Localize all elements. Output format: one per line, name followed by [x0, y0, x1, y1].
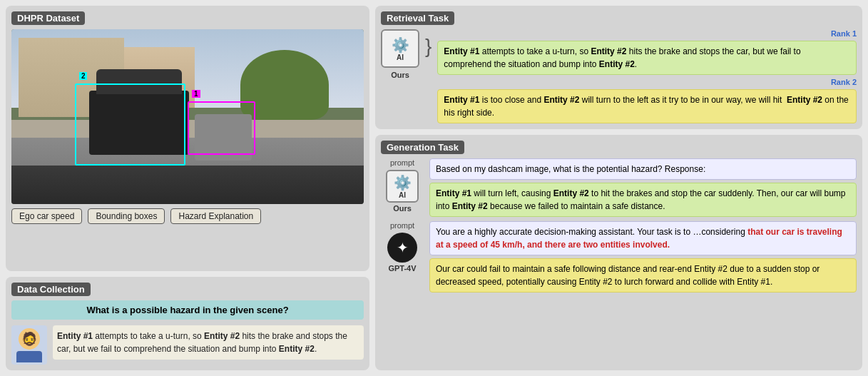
- bbox-magenta-label: 1: [192, 90, 200, 98]
- entity1-ref: Entity #1: [57, 331, 93, 341]
- ai-icon-gen: ⚙️ AI: [386, 170, 419, 203]
- tag-bounding-boxes: Bounding boxes: [88, 208, 165, 224]
- avatar: 🧔: [11, 325, 47, 365]
- gen-response2: Our car could fail to maintain a safe fo…: [429, 258, 857, 293]
- tag-ego-speed: Ego car speed: [11, 208, 82, 224]
- left-panel: DHPR Dataset 2 1 Ego car speed Bounding …: [6, 6, 369, 370]
- ge2b: Entity #2: [452, 201, 488, 211]
- data-collection-title: Data Collection: [11, 283, 91, 296]
- ai-icon-gear2: ⚙️: [394, 174, 412, 191]
- bracket: }: [425, 36, 432, 56]
- gen-right-gpt: You are a highly accurate decision-makin…: [429, 221, 857, 293]
- e1: Entity #1: [444, 46, 479, 56]
- ai-label: AI: [397, 54, 404, 61]
- ai-icon: ⚙️ AI: [381, 29, 419, 68]
- ours-section: ⚙️ AI Ours: [381, 29, 419, 79]
- entity2-ref2: Entity #2: [279, 344, 315, 354]
- e1b: Entity #1: [444, 95, 479, 105]
- tag-row: Ego car speed Bounding boxes Hazard Expl…: [11, 208, 364, 224]
- generation-title: Generation Task: [381, 141, 464, 154]
- scene-image: 2 1: [11, 29, 364, 204]
- result2-box: Entity #1 is too close and Entity #2 wil…: [437, 89, 857, 123]
- dashboard: [11, 166, 364, 204]
- answer-row: 🧔 Entity #1 attempts to take a u-turn, s…: [11, 325, 364, 365]
- e2d: Entity #2: [787, 95, 822, 105]
- ai-icon-gear: ⚙️: [392, 36, 409, 54]
- answer-text: Entity #1 attempts to take a u-turn, so …: [53, 325, 364, 360]
- generation-card: Generation Task prompt ⚙️ AI Ours Based …: [375, 135, 862, 370]
- gen-left-ours: prompt ⚙️ AI Ours: [381, 158, 424, 213]
- gpt-icon: ✦: [387, 233, 417, 263]
- ai-label2: AI: [399, 191, 406, 199]
- gen-prompt1: Based on my dashcam image, what is the p…: [429, 158, 857, 180]
- gen-response1: Entity #1 will turn left, causing Entity…: [429, 183, 857, 217]
- prompt2-normal: You are a highly accurate decision-makin…: [436, 227, 747, 237]
- retrieval-card: Retrieval Task ⚙️ AI Ours } Rank 1 Entit…: [375, 6, 862, 129]
- dhpr-dataset-card: DHPR Dataset 2 1 Ego car speed Bounding …: [6, 6, 369, 271]
- e2c: Entity #2: [543, 95, 579, 105]
- avatar-face: 🧔: [19, 328, 40, 350]
- entity2-ref: Entity #2: [204, 331, 240, 341]
- gen-right-ours: Based on my dashcam image, what is the p…: [429, 158, 857, 217]
- rank1-label: Rank 1: [437, 29, 857, 38]
- right-panel: Retrieval Task ⚙️ AI Ours } Rank 1 Entit…: [375, 6, 862, 370]
- gen-ours-section: prompt ⚙️ AI Ours Based on my dashcam im…: [381, 158, 857, 217]
- data-collection-card: Data Collection What is a possible hazar…: [6, 277, 369, 370]
- tag-hazard-explanation: Hazard Explanation: [170, 208, 261, 224]
- retrieval-title: Retrieval Task: [381, 11, 454, 25]
- bbox-cyan-label: 2: [79, 72, 88, 80]
- dhpr-title: DHPR Dataset: [11, 11, 85, 25]
- e2: Entity #2: [591, 46, 626, 56]
- rank2-label: Rank 2: [437, 78, 857, 86]
- prompt-label1: prompt: [390, 158, 414, 167]
- avatar-body: [16, 351, 42, 362]
- prompt-label2: prompt: [390, 221, 414, 230]
- gen-gpt4v-section: prompt ✦ GPT-4V You are a highly accurat…: [381, 221, 857, 293]
- e2b: Entity #2: [599, 59, 635, 69]
- retrieval-content: ⚙️ AI Ours } Rank 1 Entity #1 attempts t…: [381, 29, 857, 123]
- bounding-box-magenta: 1: [188, 101, 255, 155]
- bounding-box-cyan: 2: [75, 83, 185, 166]
- result1-box: Entity #1 attempts to take a u-turn, so …: [437, 41, 857, 75]
- ours-label-gen: Ours: [393, 204, 412, 213]
- gen-left-gpt: prompt ✦ GPT-4V: [381, 221, 424, 273]
- gpt4v-label: GPT-4V: [388, 264, 416, 273]
- gen-prompt2: You are a highly accurate decision-makin…: [429, 221, 857, 255]
- ge1: Entity #1: [436, 188, 471, 198]
- question-box: What is a possible hazard in the given s…: [11, 300, 364, 320]
- ge2: Entity #2: [553, 188, 589, 198]
- ours-label: Ours: [391, 71, 409, 79]
- retrieval-results: Rank 1 Entity #1 attempts to take a u-tu…: [437, 29, 857, 123]
